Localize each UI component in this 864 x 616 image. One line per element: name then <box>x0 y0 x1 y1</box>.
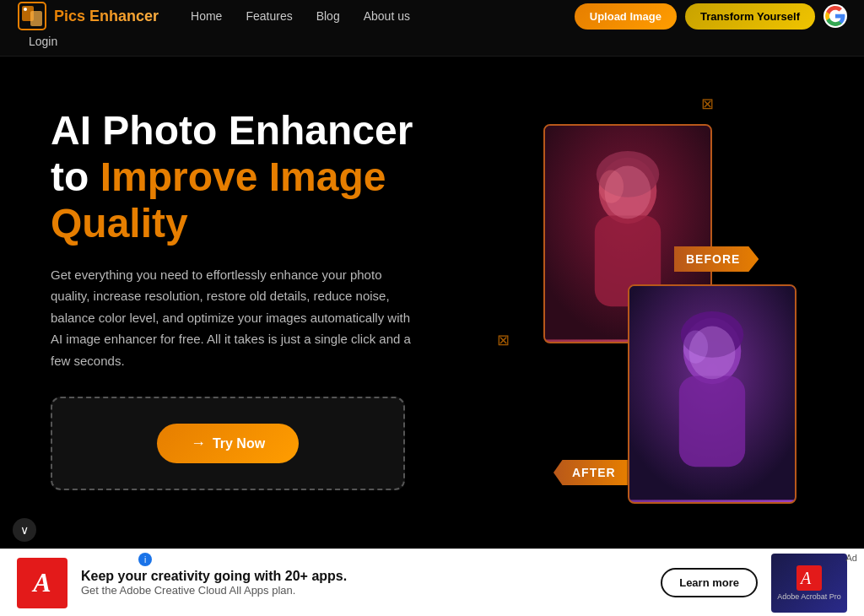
ad-badge: Ad <box>846 553 857 563</box>
svg-rect-2 <box>30 11 42 26</box>
after-image-card <box>628 284 796 504</box>
nav-link-login[interactable]: Login <box>17 32 69 51</box>
adobe-logo-letter: A <box>33 567 51 598</box>
ad-subtitle: Get the Adobe Creative Cloud All Apps pl… <box>81 584 647 597</box>
after-label: AFTER <box>554 460 628 485</box>
hero-content: AI Photo Enhancer to Improve Image Quali… <box>51 107 422 490</box>
try-now-button[interactable]: Try Now <box>157 424 299 463</box>
svg-point-9 <box>599 170 624 203</box>
hero-upload-box[interactable]: Try Now <box>51 397 405 490</box>
upload-image-button[interactable]: Upload Image <box>575 3 677 30</box>
nav-top-row: Pics Enhancer Home Features Blog About u… <box>0 0 864 32</box>
nav-buttons: Upload Image Transform Yourself <box>575 3 847 30</box>
adobe-logo: A <box>17 558 68 608</box>
hero-title-highlight: Improve Image <box>100 154 386 199</box>
decor-mark-2: ⊠ <box>497 331 512 346</box>
svg-point-3 <box>24 8 27 11</box>
svg-point-15 <box>683 331 708 364</box>
ad-text-area: Keep your creativity going with 20+ apps… <box>81 569 647 597</box>
ad-title: Keep your creativity going with 20+ apps… <box>81 569 647 584</box>
transform-yourself-button[interactable]: Transform Yourself <box>685 3 815 30</box>
logo-icon <box>17 1 47 31</box>
ad-product-image: A Adobe Acrobat Pro <box>771 554 847 613</box>
hero-title-line3: Quality <box>51 201 188 246</box>
navbar: Pics Enhancer Home Features Blog About u… <box>0 0 864 57</box>
learn-more-button[interactable]: Learn more <box>661 568 758 597</box>
before-label: BEFORE <box>674 246 759 272</box>
hero-image-area: ⊠ ⊠ <box>493 90 847 538</box>
google-icon[interactable] <box>824 4 847 28</box>
ad-right-products: A Adobe Acrobat Pro <box>771 554 847 613</box>
svg-text:A: A <box>799 569 812 587</box>
hero-description: Get everything you need to effortlessly … <box>51 264 422 372</box>
svg-rect-12 <box>679 376 745 467</box>
ad-banner: i A Keep your creativity going with 20+ … <box>0 548 864 616</box>
ad-product-label: Adobe Acrobat Pro <box>777 592 841 601</box>
hero-title-line1: AI Photo Enhancer <box>51 108 413 153</box>
nav-bottom-row: Login <box>0 32 864 56</box>
scroll-down-button[interactable]: ∨ <box>13 518 36 542</box>
chevron-down-icon: ∨ <box>20 523 29 537</box>
hero-title-line2-plain: to <box>51 154 100 199</box>
decor-mark-1: ⊠ <box>701 95 716 110</box>
hero-title: AI Photo Enhancer to Improve Image Quali… <box>51 107 422 247</box>
hero-section: AI Photo Enhancer to Improve Image Quali… <box>0 57 864 550</box>
logo[interactable]: Pics Enhancer <box>17 1 159 31</box>
brand-name: Pics Enhancer <box>54 8 159 25</box>
ad-info-icon[interactable]: i <box>138 553 152 566</box>
after-person <box>629 286 795 502</box>
